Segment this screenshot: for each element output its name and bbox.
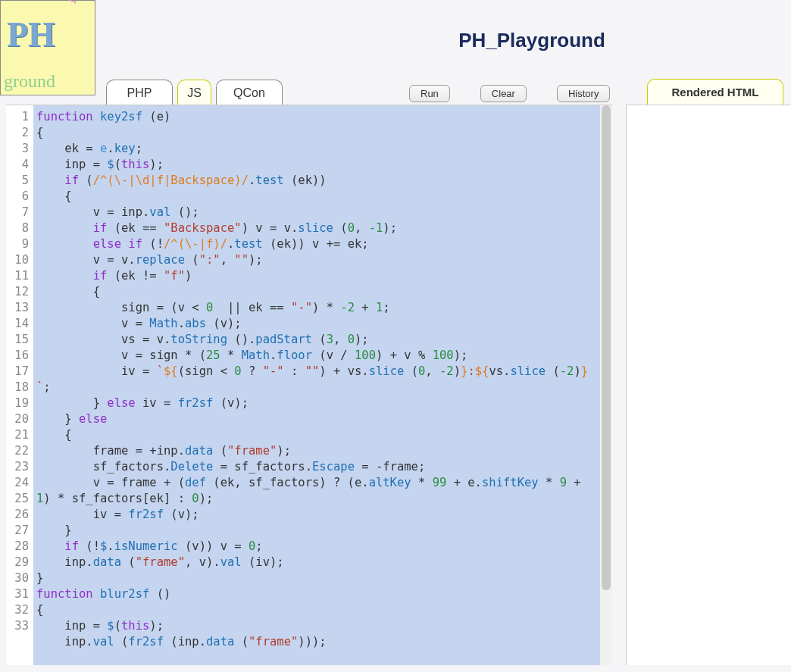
rendered-html-pane <box>626 105 791 665</box>
logo-text-play: play <box>61 0 84 4</box>
logo-text-ground: ground <box>4 71 55 92</box>
page-title: PH_Playground <box>303 29 761 52</box>
logo-text-ph: PH <box>7 14 55 55</box>
tab-js[interactable]: JS <box>177 80 211 105</box>
tab-bar: PHP JS QCon <box>106 79 283 105</box>
action-bar: Run Clear History <box>409 85 610 102</box>
editor-scrollbar[interactable] <box>600 105 612 665</box>
scroll-thumb[interactable] <box>602 105 611 590</box>
logo: PH play ground <box>0 0 95 95</box>
tab-rendered-html[interactable]: Rendered HTML <box>647 79 783 105</box>
history-button[interactable]: History <box>557 85 610 102</box>
code-editor[interactable]: 1234567891011121314151617181920212223242… <box>6 105 612 665</box>
clear-button[interactable]: Clear <box>480 85 527 102</box>
tab-qcon[interactable]: QCon <box>216 80 283 105</box>
run-button[interactable]: Run <box>409 85 450 102</box>
code-area[interactable]: function key2sf (e){ ek = e.key; inp = $… <box>33 105 600 665</box>
line-number-gutter: 1234567891011121314151617181920212223242… <box>6 105 33 665</box>
tab-php[interactable]: PHP <box>106 80 173 105</box>
